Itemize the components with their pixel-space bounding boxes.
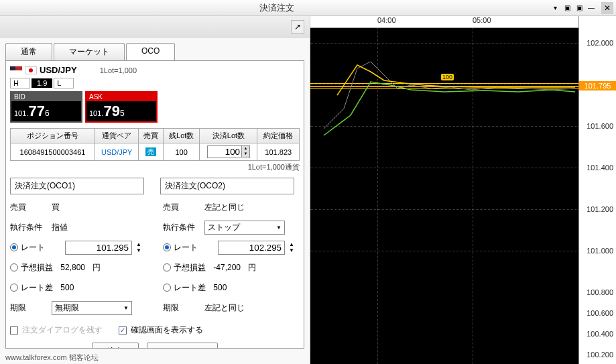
oco2-form: 売買左記と同じ 執行条件ストップ▼ レート▲▼ 予想損益 -47,200 円 レ… xyxy=(163,200,300,320)
oco1-deadline-select[interactable]: 無期限▼ xyxy=(52,301,132,315)
keep-dialog-checkbox[interactable] xyxy=(10,326,18,335)
oco1-cond: 指値 xyxy=(52,222,68,233)
close-button[interactable]: ✕ xyxy=(601,2,613,14)
oco2-diff-radio[interactable] xyxy=(163,284,171,292)
tab-normal[interactable]: 通常 xyxy=(5,43,52,60)
bid-label: BID xyxy=(11,93,81,101)
oco2-header: 決済注文(OCO2) xyxy=(160,178,294,194)
oco1-form: 売買買 執行条件指値 レート▲▼ 予想損益 52,800 円 レート差 500 … xyxy=(10,200,147,320)
window-title: 決済注文 xyxy=(3,2,550,14)
oco2-deadline: 左記と同じ xyxy=(204,302,245,314)
confirm-label: 確認画面を表示する xyxy=(131,324,203,336)
pin-button[interactable]: ↗ xyxy=(291,20,304,34)
ask-box[interactable]: ASK 101.795 xyxy=(85,91,158,123)
th-pos-id: ポジション番号 xyxy=(11,129,95,143)
titlebar-tools: ▾ ▣ ▣ — xyxy=(550,3,596,13)
oco2-cond-select[interactable]: ストップ▼ xyxy=(204,221,285,235)
order-tabs: 通常 マーケット OCO xyxy=(5,43,304,60)
oco1-side: 買 xyxy=(52,202,60,213)
pair-name: USD/JPY xyxy=(40,65,77,75)
chart-panel: 04:00 05:00 100 102.000 101.795 101.600 … xyxy=(310,16,616,364)
th-price: 約定価格 xyxy=(257,129,300,143)
ask-label: ASK xyxy=(86,93,156,101)
spread-value: 1.9 xyxy=(32,78,52,88)
oco2-rate-input[interactable] xyxy=(218,241,285,255)
minimize-icon[interactable]: — xyxy=(587,3,596,13)
oco2-pl: -47,200 xyxy=(213,263,241,272)
time-axis: 04:00 05:00 xyxy=(310,16,578,28)
oco1-pl: 52,800 xyxy=(60,263,85,272)
tool-icon-2[interactable]: ▣ xyxy=(574,3,584,13)
close-lot-spinner[interactable]: ▲▼ xyxy=(207,145,250,158)
current-price-label: 101.795 xyxy=(579,81,616,90)
th-pair: 通貨ペア xyxy=(95,129,138,143)
spin-up-icon[interactable]: ▲ xyxy=(241,146,249,151)
oco1-rate-input[interactable] xyxy=(65,241,132,255)
price-axis: 102.000 101.795 101.600 101.400 101.200 … xyxy=(578,16,616,364)
lot-info: 1Lot=1,000 xyxy=(100,66,137,74)
spin-down-icon[interactable]: ▼ xyxy=(241,151,249,157)
cell-price: 101.823 xyxy=(257,143,300,161)
confirm-checkbox[interactable]: ✓ xyxy=(119,326,127,335)
flag-jp-icon xyxy=(25,66,37,74)
th-side: 売買 xyxy=(139,129,164,143)
spin-icon[interactable]: ▲▼ xyxy=(289,241,294,253)
oco1-diff: 500 xyxy=(60,283,74,292)
low-label: L xyxy=(54,78,74,88)
pair-row: USD/JPY 1Lot=1,000 xyxy=(10,65,300,75)
oco1-rate-radio[interactable] xyxy=(10,243,18,251)
tab-oco[interactable]: OCO xyxy=(126,43,175,60)
price-boxes: BID 101.776 ASK 101.795 xyxy=(10,91,300,123)
th-remain: 残Lot数 xyxy=(163,129,200,143)
high-low-row: H 1.9 L xyxy=(10,78,300,88)
cell-pos-id: 1608491500003461 xyxy=(11,143,95,161)
flag-us-icon xyxy=(10,66,22,74)
chart-area[interactable]: 04:00 05:00 100 xyxy=(310,16,578,364)
position-table: ポジション番号 通貨ペア 売買 残Lot数 決済Lot数 約定価格 160849… xyxy=(10,128,300,161)
oco1-diff-radio[interactable] xyxy=(10,284,18,292)
footer-text: www.talkforex.com 韬客论坛 xyxy=(0,351,310,364)
cell-pair[interactable]: USD/JPY xyxy=(95,143,138,161)
oco1-header: 決済注文(OCO1) xyxy=(10,178,144,194)
oco2-side: 左記と同じ xyxy=(204,202,245,213)
cell-remain: 100 xyxy=(163,143,200,161)
oco2-pl-radio[interactable] xyxy=(163,263,171,271)
oco2-rate-radio[interactable] xyxy=(163,243,171,251)
tool-icon[interactable]: ▣ xyxy=(562,3,572,13)
table-row[interactable]: 1608491500003461 USD/JPY 売 100 ▲▼ 101.82… xyxy=(11,143,300,161)
oco2-diff: 500 xyxy=(213,283,227,292)
tab-market[interactable]: マーケット xyxy=(54,43,125,60)
titlebar: 決済注文 ▾ ▣ ▣ — ✕ xyxy=(0,0,616,16)
keep-dialog-label: 注文ダイアログを残す xyxy=(22,324,103,336)
th-close: 決済Lot数 xyxy=(200,129,257,143)
cell-close-lot: ▲▼ xyxy=(200,143,257,161)
order-panel: ↗ 通常 マーケット OCO USD/JPY 1Lot=1,000 H 1.9 … xyxy=(0,16,310,364)
chart-indicator: 100 xyxy=(441,74,454,80)
high-label: H xyxy=(10,78,30,88)
chevron-down-icon: ▼ xyxy=(276,225,282,231)
chevron-down-icon: ▼ xyxy=(123,305,129,311)
dropdown-icon[interactable]: ▾ xyxy=(550,3,560,13)
spin-icon[interactable]: ▲▼ xyxy=(136,241,141,253)
cell-side: 売 xyxy=(139,143,164,161)
oco1-pl-radio[interactable] xyxy=(10,263,18,271)
cancel-button[interactable]: キャンセル xyxy=(147,343,218,349)
bid-box[interactable]: BID 101.776 xyxy=(10,91,82,123)
lot-footer: 1Lot=1,000通貨 xyxy=(10,162,300,172)
order-button[interactable]: 注文 xyxy=(92,343,139,349)
